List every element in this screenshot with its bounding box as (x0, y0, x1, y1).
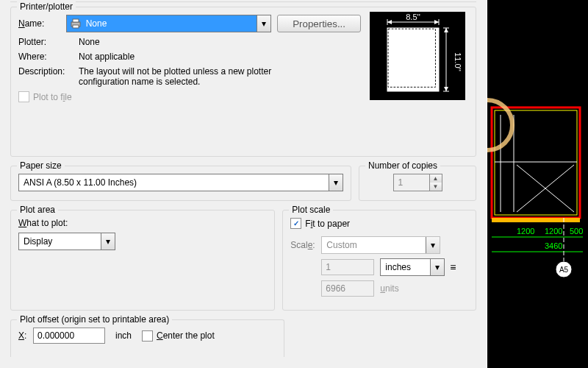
svg-text:1200: 1200 (517, 227, 534, 236)
paper-preview: 8.5'' 11.0'' (370, 12, 465, 100)
group-copies: Number of copies 1 ▲▼ (359, 166, 476, 201)
x-input[interactable]: 0.000000 (33, 328, 105, 344)
scale-combo: Custom ▾ (321, 236, 440, 254)
fit-to-paper-checkbox[interactable]: ✓ Fit to paper (290, 218, 350, 229)
chevron-down-icon[interactable]: ▾ (329, 174, 343, 191)
printer-name-combo[interactable]: None ▾ (66, 15, 272, 32)
plot-dialog: Printer/plotter Name: None ▾ Properties.… (0, 0, 487, 368)
group-plot-offset: Plot offset (origin set to printable are… (10, 319, 284, 357)
svg-rect-3 (387, 28, 439, 91)
center-plot-checkbox[interactable]: Center the plot (142, 330, 215, 342)
printer-name-value: None (82, 18, 257, 29)
copies-value: 1 (394, 174, 429, 191)
group-plot-area: Plot area What to plot: Display ▾ (10, 210, 275, 311)
what-to-plot-combo[interactable]: Display ▾ (18, 233, 115, 250)
group-plot-scale: Plot scale ✓ Fit to paper Scale: Custom … (282, 210, 476, 311)
chevron-down-icon: ▾ (426, 237, 440, 253)
chevron-down-icon[interactable]: ▾ (257, 15, 270, 32)
what-to-plot-value: Display (19, 236, 101, 247)
spin-down-icon: ▼ (430, 183, 442, 191)
printer-icon (70, 18, 82, 29)
paper-size-combo[interactable]: ANSI A (8.50 x 11.00 Inches) ▾ (18, 174, 343, 191)
plot-to-file-checkbox: Plot to file (18, 91, 72, 102)
scale-num-input: 1 (321, 259, 374, 275)
group-paper-size: Paper size ANSI A (8.50 x 11.00 Inches) … (10, 166, 351, 201)
spin-up-icon: ▲ (430, 174, 442, 183)
svg-text:A5: A5 (559, 266, 569, 274)
plotter-label: Plotter: (18, 37, 79, 47)
plot-to-file-label: Plot to file (33, 92, 72, 102)
units-num-input: 6966 (321, 280, 374, 297)
svg-rect-2 (73, 25, 79, 28)
chevron-down-icon[interactable]: ▾ (430, 259, 444, 275)
legend-area: Plot area (17, 205, 58, 215)
center-plot-label: Center the plot (157, 330, 215, 341)
preview-width: 8.5'' (406, 13, 420, 21)
svg-marker-13 (444, 28, 448, 32)
fit-to-paper-label: Fit to paper (305, 219, 350, 229)
properties-button[interactable]: Properties... (277, 15, 361, 32)
svg-marker-8 (387, 20, 392, 24)
what-to-plot-label: What to plot: (18, 218, 267, 228)
legend-copies: Number of copies (365, 160, 440, 171)
cad-canvas: 1200 1200 500 3460 A5 (487, 0, 588, 368)
chevron-down-icon[interactable]: ▾ (101, 233, 115, 250)
scale-unit-combo[interactable]: inches ▾ (380, 258, 445, 276)
scale-label: Scale: (290, 240, 321, 250)
units-label: units (380, 283, 398, 294)
legend-scale: Plot scale (289, 205, 333, 215)
scale-value: Custom (322, 240, 426, 250)
group-printer: Printer/plotter Name: None ▾ Properties.… (10, 7, 476, 157)
x-label: X: (18, 330, 33, 341)
svg-rect-23 (492, 218, 580, 222)
description-label: Description: (18, 66, 79, 77)
x-unit: inch (115, 330, 132, 341)
legend-offset: Plot offset (origin set to printable are… (17, 314, 172, 325)
legend-printer: Printer/plotter (17, 1, 76, 12)
preview-height: 11.0'' (453, 52, 462, 71)
checkbox-icon (18, 91, 29, 102)
svg-text:500: 500 (570, 227, 583, 236)
checkbox-icon: ✓ (290, 218, 301, 229)
svg-rect-1 (73, 19, 79, 22)
where-label: Where: (18, 52, 79, 62)
copies-spinner: 1 ▲▼ (393, 174, 442, 191)
legend-paper: Paper size (17, 160, 65, 171)
checkbox-icon (142, 330, 153, 342)
svg-marker-14 (444, 87, 448, 91)
paper-size-value: ANSI A (8.50 x 11.00 Inches) (19, 177, 329, 188)
description-value: The layout will not be plotted unless a … (79, 66, 321, 87)
plotter-value: None (79, 37, 361, 47)
name-label: Name: (18, 18, 66, 29)
svg-text:3460: 3460 (545, 241, 562, 250)
svg-rect-15 (487, 0, 588, 368)
svg-marker-9 (434, 20, 439, 24)
where-value: Not applicable (79, 52, 361, 62)
svg-text:1200: 1200 (545, 227, 562, 236)
scale-unit-value: inches (381, 262, 430, 272)
equals-icon: ≡ (448, 261, 458, 273)
